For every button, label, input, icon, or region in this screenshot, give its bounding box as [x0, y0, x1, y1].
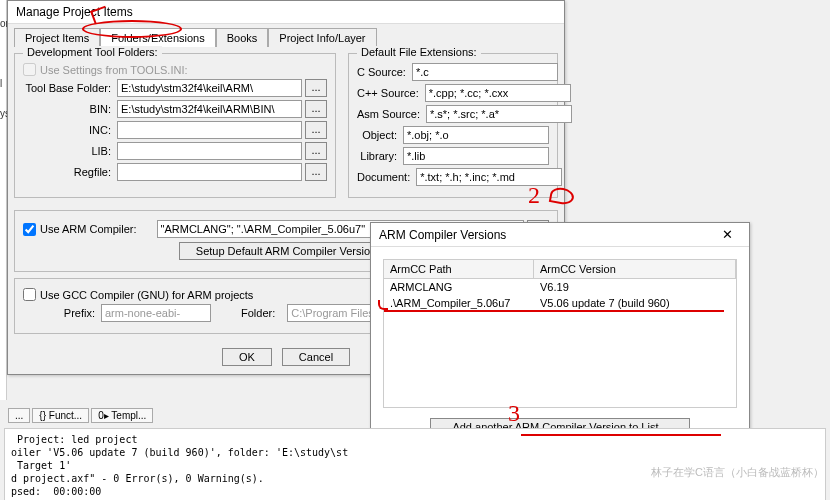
cell-ver: V5.06 update 7 (build 960): [534, 295, 736, 311]
ext-obj-input[interactable]: [403, 126, 549, 144]
left-crop: l: [0, 78, 2, 89]
browse-icon[interactable]: ...: [305, 79, 327, 97]
inc-input[interactable]: [117, 121, 302, 139]
use-gcc-check[interactable]: [23, 288, 36, 301]
versions-table: ArmCC Path ArmCC Version ARMCLANG V6.19 …: [383, 259, 737, 408]
tab-more[interactable]: ...: [8, 408, 30, 423]
ext-c-input[interactable]: [412, 63, 558, 81]
ext-asm-label: Asm Source:: [357, 108, 420, 120]
ext-obj-label: Object:: [357, 129, 397, 141]
watermark: 林子在学C语言（小白备战蓝桥杯）: [651, 465, 824, 480]
browse-icon[interactable]: ...: [305, 100, 327, 118]
bin-input[interactable]: [117, 100, 302, 118]
regfile-label: Regfile:: [23, 166, 111, 178]
tool-base-label: Tool Base Folder:: [23, 82, 111, 94]
ext-c-label: C Source:: [357, 66, 406, 78]
build-output: Project: led project oiler 'V5.06 update…: [4, 428, 826, 500]
browse-icon[interactable]: ...: [305, 163, 327, 181]
browse-icon[interactable]: ...: [305, 142, 327, 160]
ext-asm-input[interactable]: [426, 105, 572, 123]
ext-cpp-label: C++ Source:: [357, 87, 419, 99]
ext-cpp-input[interactable]: [425, 84, 571, 102]
bottom-tabs: ... {} Funct... 0▸ Templ...: [8, 408, 153, 423]
setup-default-button[interactable]: Setup Default ARM Compiler Version: [179, 242, 393, 260]
table-row[interactable]: ARMCLANG V6.19: [384, 279, 736, 295]
use-gcc-label: Use GCC Compiler (GNU) for ARM projects: [40, 289, 253, 301]
use-arm-check[interactable]: [23, 223, 36, 236]
tab-folders-extensions[interactable]: Folders/Extensions: [100, 28, 216, 47]
dialog-title: ARM Compiler Versions: [379, 228, 506, 242]
titlebar: ARM Compiler Versions ✕: [371, 223, 749, 247]
tab-project-info-layer[interactable]: Project Info/Layer: [268, 28, 376, 47]
tab-functions[interactable]: {} Funct...: [32, 408, 89, 423]
use-arm-label: Use ARM Compiler:: [40, 223, 137, 235]
gcc-folder-label: Folder:: [241, 307, 275, 319]
tab-templates[interactable]: 0▸ Templ...: [91, 408, 153, 423]
ext-doc-input[interactable]: [416, 168, 562, 186]
default-ext-group: Default File Extensions: C Source: C++ S…: [348, 53, 558, 198]
dev-tool-folders-group: Development Tool Folders: Use Settings f…: [14, 53, 336, 198]
gcc-prefix-input[interactable]: [101, 304, 211, 322]
tab-books[interactable]: Books: [216, 28, 269, 47]
ok-button[interactable]: OK: [222, 348, 272, 366]
gcc-prefix-label: Prefix:: [23, 307, 95, 319]
ext-lib-label: Library:: [357, 150, 397, 162]
legend: Development Tool Folders:: [23, 46, 162, 58]
ext-doc-label: Document:: [357, 171, 410, 183]
cell-path: .\ARM_Compiler_5.06u7: [384, 295, 534, 311]
close-icon[interactable]: ✕: [713, 227, 741, 242]
use-settings-label: Use Settings from TOOLS.INI:: [40, 64, 188, 76]
browse-icon[interactable]: ...: [305, 121, 327, 139]
col-version[interactable]: ArmCC Version: [534, 260, 736, 278]
titlebar: Manage Project Items: [8, 1, 564, 24]
tabs: Project Items Folders/Extensions Books P…: [8, 24, 564, 47]
dialog-title: Manage Project Items: [16, 5, 133, 19]
lib-input[interactable]: [117, 142, 302, 160]
regfile-input[interactable]: [117, 163, 302, 181]
cell-ver: V6.19: [534, 279, 736, 295]
use-settings-check[interactable]: [23, 63, 36, 76]
ext-lib-input[interactable]: [403, 147, 549, 165]
lib-label: LIB:: [23, 145, 111, 157]
cancel-button[interactable]: Cancel: [282, 348, 350, 366]
tab-project-items[interactable]: Project Items: [14, 28, 100, 47]
bin-label: BIN:: [23, 103, 111, 115]
cell-path: ARMCLANG: [384, 279, 534, 295]
tool-base-input[interactable]: [117, 79, 302, 97]
legend: Default File Extensions:: [357, 46, 481, 58]
table-row[interactable]: .\ARM_Compiler_5.06u7 V5.06 update 7 (bu…: [384, 295, 736, 311]
col-path[interactable]: ArmCC Path: [384, 260, 534, 278]
inc-label: INC:: [23, 124, 111, 136]
